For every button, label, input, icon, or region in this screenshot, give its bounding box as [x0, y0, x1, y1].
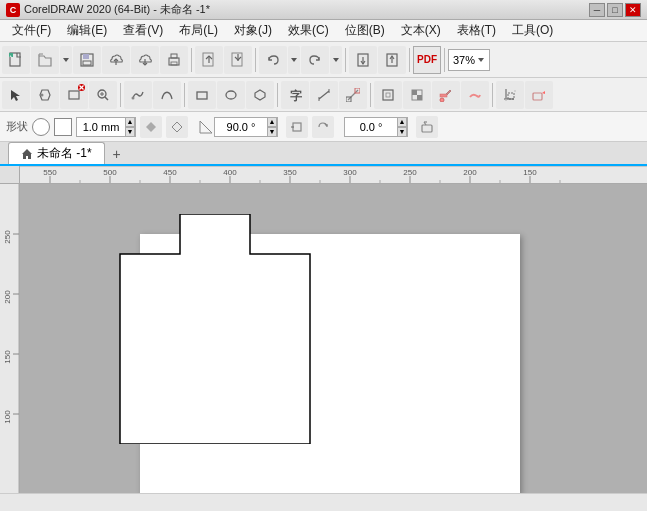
nib-options-button[interactable]: [286, 116, 308, 138]
angle-down-button[interactable]: ▼: [267, 127, 277, 137]
svg-text:200: 200: [3, 290, 12, 304]
eyedropper-tool-button[interactable]: [432, 81, 460, 109]
svg-marker-20: [478, 58, 484, 62]
open-button[interactable]: [31, 46, 59, 74]
zoom-level-display[interactable]: 37%: [448, 49, 490, 71]
ruler-left: 250 200 150 100: [0, 184, 20, 506]
ruler-corner: [0, 166, 20, 184]
open-dropdown-button[interactable]: [60, 46, 72, 74]
angle-up-button[interactable]: ▲: [267, 117, 277, 127]
angle2-down-button[interactable]: ▼: [397, 127, 407, 137]
angle2-input-wrap: ▲ ▼: [344, 117, 408, 137]
svg-line-29: [105, 97, 108, 100]
angle2-spinner[interactable]: ▲ ▼: [397, 117, 407, 137]
paint-tool-button[interactable]: [525, 81, 553, 109]
svg-text:550: 550: [43, 168, 57, 177]
cloud-upload-button[interactable]: [102, 46, 130, 74]
angle2-input[interactable]: [345, 121, 397, 133]
svg-marker-21: [11, 90, 20, 101]
ellipse-tool-button[interactable]: [217, 81, 245, 109]
new-button[interactable]: +: [2, 46, 30, 74]
svg-rect-10: [203, 53, 213, 66]
connector-tool-button[interactable]: [339, 81, 367, 109]
menu-text[interactable]: 文本(X): [393, 20, 449, 41]
drawing-area[interactable]: [20, 184, 647, 506]
svg-text:150: 150: [3, 350, 12, 364]
import-button[interactable]: [195, 46, 223, 74]
svg-point-23: [41, 93, 44, 96]
tab-document[interactable]: 未命名 -1*: [8, 142, 105, 164]
ruler-top: 550 500 450 400 350 300 250 200 150: [20, 166, 647, 184]
maximize-button[interactable]: □: [607, 3, 623, 17]
smear-tool-button[interactable]: [461, 81, 489, 109]
page-down-button[interactable]: [349, 46, 377, 74]
svg-rect-8: [171, 54, 177, 58]
transparency-tool-button[interactable]: [403, 81, 431, 109]
menu-effects[interactable]: 效果(C): [280, 20, 337, 41]
svg-text:450: 450: [163, 168, 177, 177]
thickness-input-wrap: ▲ ▼: [76, 117, 136, 137]
bezier-tool-button[interactable]: [153, 81, 181, 109]
polygon-tool-button[interactable]: [246, 81, 274, 109]
svg-rect-7: [169, 58, 179, 65]
selection-tool-button[interactable]: [2, 81, 30, 109]
nib-shape1-button[interactable]: [140, 116, 162, 138]
nib-shape2-button[interactable]: [166, 116, 188, 138]
redo-dropdown-button[interactable]: [330, 46, 342, 74]
menu-layout[interactable]: 布局(L): [171, 20, 226, 41]
save-button[interactable]: [73, 46, 101, 74]
minimize-button[interactable]: ─: [589, 3, 605, 17]
close-button[interactable]: ✕: [625, 3, 641, 17]
menu-table[interactable]: 表格(T): [449, 20, 504, 41]
page-up-button[interactable]: [378, 46, 406, 74]
svg-text:350: 350: [283, 168, 297, 177]
angle2-wrap: ▲ ▼: [344, 117, 408, 137]
svg-marker-3: [63, 58, 69, 62]
shape-label: 形状: [6, 119, 28, 134]
thickness-input[interactable]: [77, 121, 125, 133]
menu-bitmap[interactable]: 位图(B): [337, 20, 393, 41]
nib-reset-button[interactable]: [312, 116, 334, 138]
svg-rect-6: [83, 61, 91, 65]
svg-text:300: 300: [343, 168, 357, 177]
menu-view[interactable]: 查看(V): [115, 20, 171, 41]
text-tool-button[interactable]: 字: [281, 81, 309, 109]
angle-icon: [198, 119, 214, 135]
menu-object[interactable]: 对象(J): [226, 20, 280, 41]
print-button[interactable]: [160, 46, 188, 74]
menu-tools[interactable]: 工具(O): [504, 20, 561, 41]
add-tab-button[interactable]: +: [107, 144, 127, 164]
menu-edit[interactable]: 编辑(E): [59, 20, 115, 41]
crop-tool-button[interactable]: [496, 81, 524, 109]
vector-shape[interactable]: [100, 214, 330, 444]
rect-shape-button[interactable]: [54, 118, 72, 136]
svg-text:150: 150: [523, 168, 537, 177]
angle-spinner[interactable]: ▲ ▼: [267, 117, 277, 137]
rectangle-tool-button[interactable]: [188, 81, 216, 109]
svg-text:250: 250: [403, 168, 417, 177]
zoom-value: 37%: [453, 54, 475, 66]
angle2-up-button[interactable]: ▲: [397, 117, 407, 127]
cloud-download-button[interactable]: [131, 46, 159, 74]
redo-button[interactable]: [301, 46, 329, 74]
svg-marker-35: [255, 90, 265, 100]
contour-tool-button[interactable]: [374, 81, 402, 109]
undo-button[interactable]: [259, 46, 287, 74]
thickness-up-button[interactable]: ▲: [125, 117, 135, 127]
thickness-down-button[interactable]: ▼: [125, 127, 135, 137]
calligraphy-button[interactable]: [416, 116, 438, 138]
menu-file[interactable]: 文件(F): [4, 20, 59, 41]
svg-rect-46: [412, 90, 417, 95]
shape-tool-button[interactable]: [31, 81, 59, 109]
export-button[interactable]: [224, 46, 252, 74]
angle-input[interactable]: [215, 121, 267, 133]
undo-dropdown-button[interactable]: [288, 46, 300, 74]
thickness-spinner[interactable]: ▲ ▼: [125, 117, 135, 137]
pdf-button[interactable]: PDF: [413, 46, 441, 74]
measure-tool-button[interactable]: [310, 81, 338, 109]
svg-point-49: [440, 98, 444, 102]
circle-shape-button[interactable]: [32, 118, 50, 136]
eraser-tool-button[interactable]: [60, 81, 88, 109]
zoom-tool-button[interactable]: [89, 81, 117, 109]
freehand-tool-button[interactable]: [124, 81, 152, 109]
